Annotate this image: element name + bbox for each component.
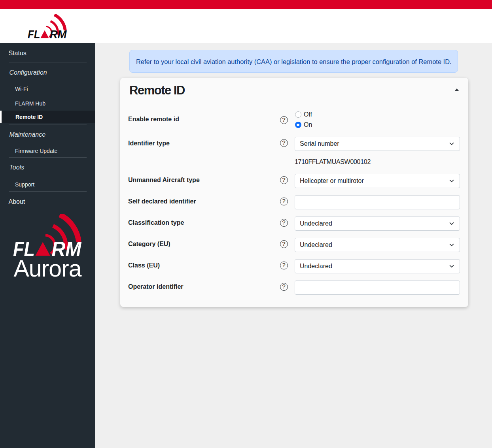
svg-text:RM: RM [52,237,82,256]
svg-text:RM: RM [50,28,67,39]
svg-text:FL: FL [13,237,35,256]
svg-text:FL: FL [28,28,40,39]
